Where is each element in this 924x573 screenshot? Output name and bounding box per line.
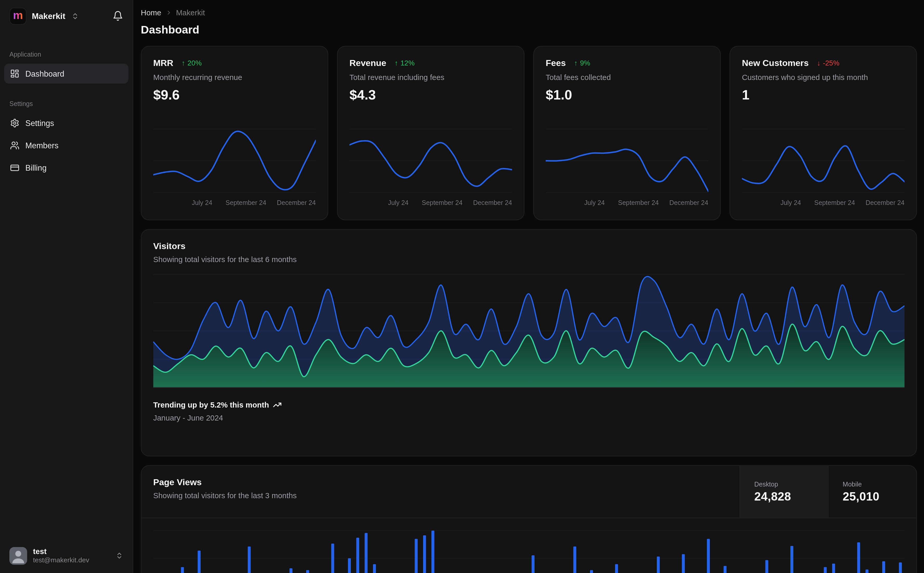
user-menu[interactable]: test test@makerkit.dev [9,547,123,565]
stat-title: Fees [546,58,566,68]
stat-value: 1 [742,87,905,103]
trend-down-arrow-icon: ↓ [817,59,820,67]
visitors-trend-text: Trending up by 5.2% this month [153,401,269,409]
x-tick: December 24 [866,199,905,206]
trend-value: 20% [187,59,201,67]
credit-card-icon [10,163,19,172]
stat-value: $9.6 [153,87,316,103]
trend-value: -25% [823,59,839,67]
sidebar-item-label: Members [25,141,58,150]
x-tick: December 24 [473,199,512,206]
user-name: test [33,547,89,556]
sidebar-item-members[interactable]: Members [4,135,129,155]
sidebar-item-billing[interactable]: Billing [4,158,129,178]
stat-card-header: New Customers ↓ -25% [742,58,905,68]
trend-value: 12% [400,59,414,67]
x-tick: July 24 [388,199,409,206]
sidebar: m Makerkit Application Dashboard Setting… [0,0,133,573]
segment-value: 25,010 [842,490,902,503]
stat-description: Total fees collected [546,73,708,82]
visitors-footer: Trending up by 5.2% this month January -… [153,401,905,422]
stat-value: $4.3 [349,87,512,103]
main-content: Home Makerkit Dashboard MRR ↑ 20% Monthl… [133,0,924,573]
page-views-bar-chart [153,526,905,573]
stat-card-new-customers: New Customers ↓ -25% Customers who signe… [729,46,917,220]
stat-description: Total revenue including fees [349,73,512,82]
user-email: test@makerkit.dev [33,557,89,565]
avatar [9,547,27,565]
stat-card-header: Fees ↑ 9% [546,58,708,68]
stat-title: New Customers [742,58,809,68]
stat-card-revenue: Revenue ↑ 12% Total revenue including fe… [337,46,524,220]
trending-up-icon [273,401,282,409]
user-meta: test test@makerkit.dev [33,547,89,565]
segment-label: Desktop [754,480,814,487]
segment-desktop[interactable]: Desktop 24,828 [739,466,828,518]
sidebar-item-settings[interactable]: Settings [4,113,129,133]
new-customers-sparkline-chart [742,127,905,196]
segment-mobile[interactable]: Mobile 25,010 [828,466,916,518]
bell-icon[interactable] [113,11,123,21]
breadcrumb: Home Makerkit [141,8,917,17]
mrr-sparkline-chart [153,127,316,196]
section-label-settings: Settings [9,100,123,107]
page-title: Dashboard [141,23,917,37]
chevrons-up-down-icon[interactable] [71,12,79,19]
fees-sparkline-chart [546,127,708,196]
page-views-header: Page Views Showing total visitors for th… [141,466,916,518]
visitors-card: Visitors Showing total visitors for the … [141,229,917,456]
segment-value: 24,828 [754,490,814,503]
x-tick: December 24 [277,199,316,206]
sidebar-item-label: Settings [25,119,54,128]
dashboard-grid-icon [10,69,19,78]
trend-badge: ↓ -25% [817,59,839,67]
stat-description: Monthly recurring revenue [153,73,316,82]
page-views-titles: Page Views Showing total visitors for th… [141,466,739,518]
breadcrumb-current: Makerkit [176,8,205,17]
chevron-right-icon [165,9,172,16]
stat-description: Customers who signed up this month [742,73,905,82]
x-tick: September 24 [814,199,855,206]
stat-cards-row: MRR ↑ 20% Monthly recurring revenue $9.6… [141,46,917,220]
visitors-chart-block [153,272,905,390]
stat-card-header: MRR ↑ 20% [153,58,316,68]
x-axis-labels: July 24 September 24 December 24 [349,199,512,208]
sidebar-item-label: Dashboard [25,69,64,78]
chevrons-up-down-icon [115,552,123,559]
revenue-sparkline-chart [349,127,512,196]
sparkline-block: July 24 September 24 December 24 [742,127,905,208]
sparkline-block: July 24 September 24 December 24 [349,127,512,208]
x-tick: September 24 [618,199,659,206]
sidebar-item-dashboard[interactable]: Dashboard [4,64,129,84]
section-label-application: Application [9,51,123,58]
visitors-area-chart [153,272,905,390]
x-tick: July 24 [192,199,212,206]
segment-label: Mobile [842,480,902,487]
stat-value: $1.0 [546,87,708,103]
x-axis-labels: July 24 September 24 December 24 [153,199,316,208]
app-window: m Makerkit Application Dashboard Setting… [0,0,924,573]
logo-letter: m [13,9,23,22]
x-tick: September 24 [422,199,463,206]
trend-badge: ↑ 12% [395,59,414,67]
sparkline-block: July 24 September 24 December 24 [153,127,316,208]
page-views-subtitle: Showing total visitors for the last 3 mo… [153,491,728,500]
x-tick: September 24 [226,199,267,206]
trend-up-arrow-icon: ↑ [395,59,398,67]
page-views-chart-block [153,526,905,573]
stat-card-header: Revenue ↑ 12% [349,58,512,68]
x-axis-labels: July 24 September 24 December 24 [742,199,905,208]
workspace-row: m Makerkit [9,7,123,25]
visitors-subtitle: Showing total visitors for the last 6 mo… [153,255,905,264]
gear-icon [10,119,19,128]
trend-up-arrow-icon: ↑ [182,59,185,67]
x-axis-labels: July 24 September 24 December 24 [546,199,708,208]
settings-nav: Settings Members Billing [9,113,123,178]
stat-title: MRR [153,58,173,68]
breadcrumb-home-link[interactable]: Home [141,8,162,17]
workspace-name[interactable]: Makerkit [32,11,65,20]
x-tick: July 24 [781,199,801,206]
users-icon [10,141,19,150]
visitors-title: Visitors [153,241,905,251]
sparkline-block: July 24 September 24 December 24 [546,127,708,208]
